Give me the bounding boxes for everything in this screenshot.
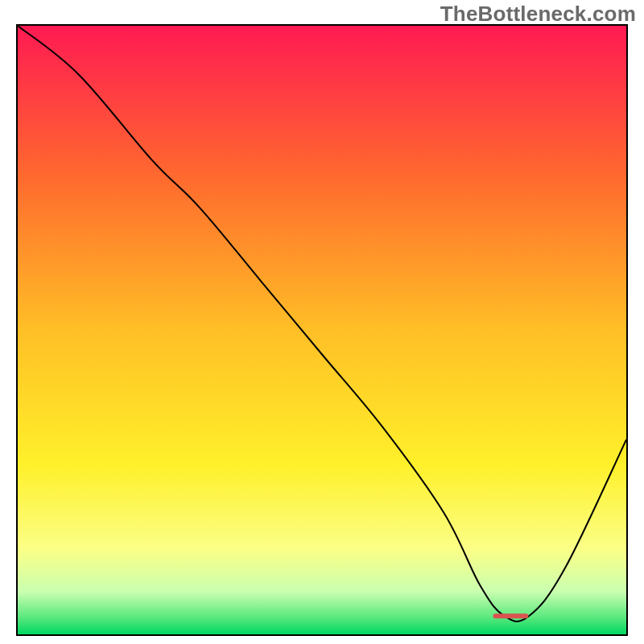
bottleneck-chart-canvas	[18, 26, 626, 634]
plot-frame	[16, 24, 628, 636]
chart-container: TheBottleneck.com	[0, 0, 644, 644]
watermark-text: TheBottleneck.com	[440, 2, 636, 27]
